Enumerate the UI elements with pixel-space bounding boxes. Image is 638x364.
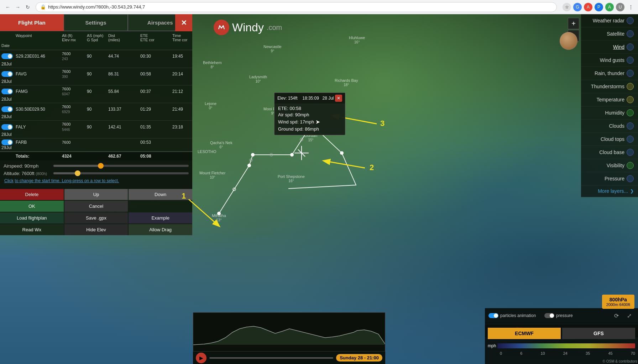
temperature-icon [627,96,634,103]
action-buttons-row3: Read Wx Hide Elev Allow Drag [0,224,192,235]
toggle-1[interactable] [1,71,13,77]
ecmwf-button[interactable]: ECMWF [488,328,561,339]
menu-icon[interactable]: ⋮ [627,3,635,11]
layer-weather-radar[interactable]: Weather radar [581,14,638,27]
ok-button[interactable]: OK [0,201,64,212]
delete-button[interactable]: Delete [0,189,64,200]
wp-toggle-4[interactable]: 4 [0,124,14,130]
toggle-2[interactable] [1,89,13,94]
table-row[interactable]: 0 S29.23E031.46 7600243 90 44.74 00:30 1… [0,50,192,68]
layer-satellite[interactable]: Satellite [581,27,638,41]
fullscreen-icon[interactable]: ⤢ [624,310,634,321]
particles-toggle-pill [488,313,498,318]
toggle-0[interactable] [1,53,13,59]
pressure-toggle-pill [544,313,554,318]
compass-icon[interactable]: ⟳ [611,310,622,321]
layer-more[interactable]: More layers... ❯ [581,185,638,197]
wp-name-3: S30.50E029.50 [14,107,61,112]
user-icon[interactable]: U [616,3,624,11]
table-header: Waypoint Alt (ft)Elev mx AS (mph)G Spd D… [0,31,192,50]
airspeed-slider[interactable] [53,165,189,167]
wp-toggle-0[interactable]: 0 [0,53,14,59]
chevron-right-icon: ❯ [630,189,634,194]
thunderstorms-icon [627,83,634,90]
layer-pressure[interactable]: Pressure [581,172,638,185]
save-gpx-button[interactable]: Save .gpx [64,212,128,223]
totals-ete: 05:08 [139,154,171,159]
layer-rain[interactable]: Rain, thunder [581,67,638,80]
totals-label: Totals: [14,154,61,159]
gfs-button[interactable]: GFS [562,328,635,339]
click-hint-link[interactable]: Click [4,178,14,183]
wp-ete-2: 00:37 [139,89,171,94]
wp-toggle-5[interactable]: 5 [0,139,14,145]
table-row[interactable]: 3 S30.50E029.50 76006929 90 133.37 01:29… [0,103,192,121]
airspeed-thumb[interactable] [98,163,104,169]
layer-thunderstorms[interactable]: Thunderstorms [581,80,638,93]
table-row[interactable]: 1 FAVG 7600390 90 86.31 00:58 20:14 28Ju… [0,68,192,86]
toggle-3[interactable] [1,106,13,112]
avatar[interactable] [560,32,577,50]
altitude-slider[interactable] [53,172,189,174]
wp-toggle-1[interactable]: 1 [0,71,14,77]
layer-visibility[interactable]: Visibility [581,159,638,172]
table-row[interactable]: 2 FAMG 76006047 90 55.84 00:37 21:12 28J… [0,85,192,103]
wp-toggle-3[interactable]: 3 [0,106,14,112]
layer-wind[interactable]: Wind [581,41,638,54]
wp-name-4: FALY [14,125,61,130]
wp-as-1: 90 [85,72,107,77]
wp-alt-1: 7600390 [61,69,85,79]
toggle-4[interactable] [1,124,13,130]
close-panel-button[interactable]: ✕ [175,14,192,31]
profile-icon[interactable]: G [573,3,582,11]
layer-wind-gusts[interactable]: Wind gusts [581,54,638,67]
allow-drag-button[interactable]: Allow Drag [129,224,192,235]
browser-icons: ☆ G A P A U ⋮ [563,3,635,11]
th-as: AS (mph)G Spd [85,33,107,43]
click-hint: Click to change the start time. Long-pre… [4,178,189,183]
refresh-button[interactable]: ↻ [23,2,33,12]
table-row[interactable]: 5 FARB 7600 00:53 29Jul [0,138,192,152]
zoom-in-button[interactable]: + [568,18,579,29]
time-slider[interactable] [209,357,333,359]
example-button[interactable]: Example [129,212,192,223]
particles-toggle[interactable]: particles animation [488,313,536,318]
altitude-thumb[interactable] [75,170,80,176]
tab-settings[interactable]: Settings [64,14,128,31]
th-ete: ETEETE cor [139,33,171,43]
wp-name-2: FAMG [14,89,61,94]
address-bar[interactable]: 🔒 https://www.windy.com/?800h,-30.543,29… [36,2,557,12]
tab-flight-plan[interactable]: Flight Plan [0,14,64,31]
clouds-icon [627,122,634,130]
layer-temperature[interactable]: Temperature [581,93,638,106]
forward-button[interactable]: → [13,2,23,12]
layer-cloud-tops[interactable]: Cloud tops [581,133,638,146]
load-flightplan-button[interactable]: Load flightplan [0,212,64,223]
ext3-icon[interactable]: A [605,3,614,11]
table-row[interactable]: 4 FALY 76005446 90 142.41 01:35 23:18 28… [0,121,192,138]
hpa-badge[interactable]: 800hPa 2000m 6400ft [602,295,634,309]
wp-dist-4: 142.41 [107,125,139,130]
layer-clouds[interactable]: Clouds [581,120,638,133]
wp-toggle-2[interactable]: 2 [0,89,14,94]
star-icon[interactable]: ☆ [563,3,571,11]
cancel-button[interactable]: Cancel [64,201,128,212]
toggle-5[interactable] [1,139,13,145]
layer-humidity[interactable]: Humidity [581,106,638,120]
popup-close-button[interactable]: ✕ [335,95,342,102]
read-wx-button[interactable]: Read Wx [0,224,64,235]
humidity-icon [627,109,634,116]
pressure-toggle[interactable]: pressure [544,313,573,318]
wp-date-1: 28Jul [0,79,14,84]
back-button[interactable]: ← [3,2,13,12]
wp-name-5: FARB [14,140,61,145]
up-button[interactable]: Up [64,189,128,200]
ext2-icon[interactable]: P [595,3,603,11]
ext1-icon[interactable]: A [584,3,592,11]
tab-bar: Flight Plan Settings Airspaces ✕ [0,14,192,31]
play-button[interactable]: ▶ [196,353,206,363]
down-button[interactable]: Down [129,189,192,200]
wp-alt-3: 76006929 [61,104,85,115]
layer-cloud-base[interactable]: Cloud base [581,146,638,159]
hide-elev-button[interactable]: Hide Elev [64,224,128,235]
